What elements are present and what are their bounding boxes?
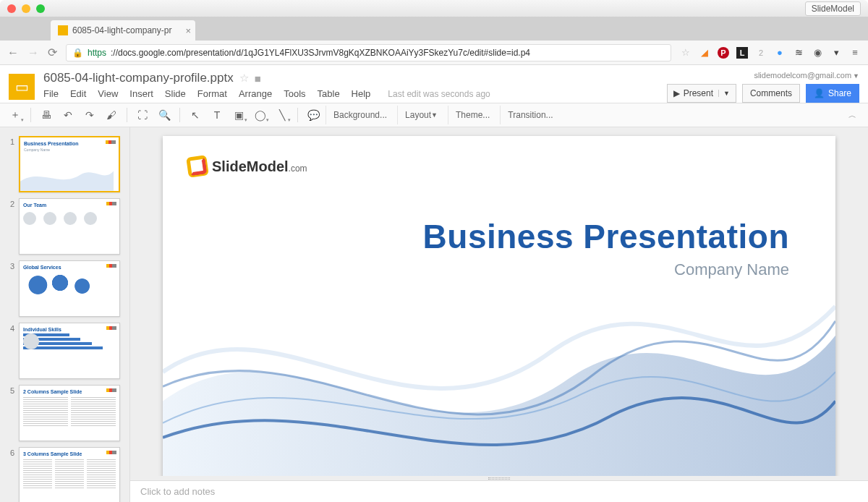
thumb-number: 4 [6,323,14,333]
shape-icon[interactable]: ◯ [251,106,270,124]
url-path: ://docs.google.com/presentation/d/1qJG1Y… [111,48,530,58]
lock-icon: 🔒 [72,48,83,58]
collapse-toolbar-icon[interactable]: ︿ [848,110,862,121]
nav-forward-icon[interactable]: → [27,46,39,59]
menu-view[interactable]: View [98,88,118,99]
thumb-title: Business Presentation [24,141,115,146]
thumb-row[interactable]: 3Global Services [0,258,129,320]
doc-header: ▭ 6085-04-light-company-profile.pptx ☆ ■… [0,65,868,103]
slide[interactable]: SlideModel.com Business Presentation Com… [163,136,835,476]
menu-table[interactable]: Table [318,88,340,99]
bookmark-star-icon[interactable]: ☆ [680,47,692,59]
slide-thumbnail[interactable]: Global Services [19,260,120,317]
slide-thumbnails-panel[interactable]: 1Business PresentationCompany Name2Our T… [0,127,130,502]
last-edit-label: Last edit was seconds ago [388,89,490,99]
comments-button[interactable]: Comments [742,84,800,103]
select-tool-icon[interactable]: ↖ [186,106,205,124]
menu-insert[interactable]: Insert [129,88,153,99]
thumb-number: 2 [6,198,14,208]
chrome-menu-icon[interactable]: ≡ [849,47,861,59]
nav-reload-icon[interactable]: ⟳ [48,46,57,59]
ext-l-icon[interactable]: L [736,47,748,59]
zoom-fit-icon[interactable]: ⛶ [133,106,152,124]
toolbar: ＋ 🖶 ↶ ↷ 🖌 ⛶ 🔍 ↖ T ▣ ◯ ╲ 💬 Background... … [0,103,868,127]
slide-thumbnail[interactable]: Our Team [19,198,120,255]
image-icon[interactable]: ▣ [229,106,248,124]
present-button[interactable]: ▶Present▼ [667,84,736,103]
mac-maximize-button[interactable] [36,4,45,13]
account-email[interactable]: slidemodelcom@gmail.com▼ [754,71,859,80]
redo-icon[interactable]: ↷ [80,106,99,124]
ext-counter-icon[interactable]: 2 [755,47,767,59]
thumb-title: 3 Columns Sample Slide [23,451,116,456]
present-dropdown-icon[interactable]: ▼ [718,90,730,97]
thumb-row[interactable]: 2Our Team [0,195,129,258]
slide-thumbnail[interactable]: Individual Skills [19,323,120,379]
mac-minimize-button[interactable] [22,4,30,13]
menu-format[interactable]: Format [197,88,227,99]
thumb-row[interactable]: 63 Columns Sample Slide [0,444,129,502]
zoom-icon[interactable]: 🔍 [155,106,174,124]
slidemodel-brand-text: SlideModel [212,158,289,174]
menu-arrange[interactable]: Arrange [239,88,272,99]
menu-help[interactable]: Help [352,88,371,99]
slides-app-icon[interactable]: ▭ [9,74,35,100]
thumb-title: Our Team [23,203,116,208]
menu-bar: File Edit View Insert Slide Format Arran… [43,88,658,99]
paint-format-icon[interactable]: 🖌 [102,106,121,124]
thumb-title: 2 Columns Sample Slide [23,389,116,394]
slide-thumbnail[interactable]: 2 Columns Sample Slide [19,385,120,441]
undo-icon[interactable]: ↶ [59,106,77,124]
nav-back-icon[interactable]: ← [7,46,19,59]
thumb-title: Global Services [23,265,116,270]
tab-title: 6085-04-light-company-pr [72,25,171,35]
slidemodel-mark-icon [187,156,208,176]
url-scheme: https [88,48,106,58]
transition-button[interactable]: Transition... [500,106,560,124]
thumb-logo-icon [106,388,116,392]
ext-ghostery-icon[interactable]: ◉ [812,47,823,59]
slide-canvas-area[interactable]: SlideModel.com Business Presentation Com… [130,127,868,476]
slide-thumbnail[interactable]: 3 Columns Sample Slide [19,447,120,502]
address-bar[interactable]: 🔒 https://docs.google.com/presentation/d… [66,44,671,61]
ext-pinterest-icon[interactable]: P [718,47,729,59]
speaker-notes[interactable]: Click to add notes [130,480,868,502]
menu-tools[interactable]: Tools [284,88,305,99]
line-icon[interactable]: ╲ [273,106,292,124]
move-folder-icon[interactable]: ■ [255,72,261,85]
tab-close-icon[interactable]: × [185,25,191,36]
ext-buffer-icon[interactable]: ≋ [793,47,804,59]
layout-button[interactable]: Layout ▼ [397,106,445,124]
slidemodel-logo: SlideModel.com [187,156,307,176]
play-icon: ▶ [673,88,680,98]
slide-title-text[interactable]: Business Presentation [423,217,789,256]
slide-subtitle-text[interactable]: Company Name [674,260,789,279]
browser-tab[interactable]: 6085-04-light-company-pr × [51,20,195,41]
thumb-logo-icon [106,202,116,205]
menu-edit[interactable]: Edit [70,88,86,99]
star-doc-icon[interactable]: ☆ [239,72,249,85]
background-button[interactable]: Background... [326,106,394,124]
thumb-row[interactable]: 52 Columns Sample Slide [0,382,129,444]
textbox-icon[interactable]: T [208,106,226,124]
workspace: 1Business PresentationCompany Name2Our T… [0,127,868,502]
slide-thumbnail[interactable]: Business PresentationCompany Name [19,136,120,192]
ext-lastpass-icon[interactable]: ● [774,47,786,59]
share-button[interactable]: 👤Share [806,84,859,103]
thumb-number: 1 [6,136,14,146]
thumb-number: 6 [6,447,14,457]
comment-insert-icon[interactable]: 💬 [304,106,323,124]
theme-button[interactable]: Theme... [448,106,497,124]
thumb-row[interactable]: 1Business PresentationCompany Name [0,133,129,195]
print-icon[interactable]: 🖶 [37,106,56,124]
ext-pocket-icon[interactable]: ▾ [830,47,842,59]
mac-app-label: SlideModel [805,1,861,16]
menu-file[interactable]: File [43,88,59,99]
ext-analytics-icon[interactable]: ◢ [699,47,710,59]
menu-slide[interactable]: Slide [165,88,186,99]
mac-close-button[interactable] [7,4,16,13]
new-slide-button[interactable]: ＋ [6,106,25,124]
thumb-row[interactable]: 4Individual Skills [0,320,129,382]
doc-title[interactable]: 6085-04-light-company-profile.pptx [43,71,234,85]
tab-favicon-icon [58,25,68,35]
